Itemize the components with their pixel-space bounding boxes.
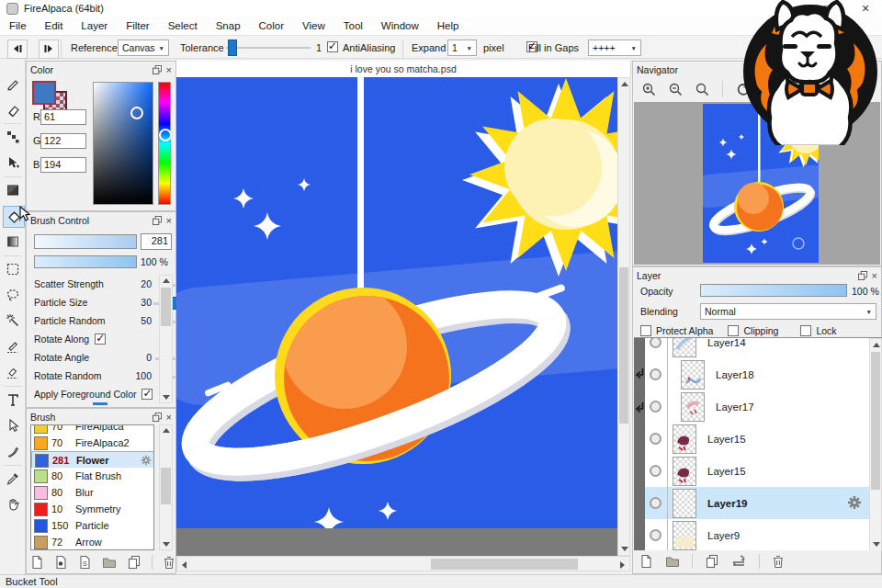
layer-list-scrollbar[interactable]: [869, 338, 882, 550]
collapse-right-button[interactable]: [39, 40, 59, 59]
brush-settings-gear-icon[interactable]: [141, 455, 152, 466]
visibility-dot[interactable]: [650, 433, 662, 445]
protect-alpha-checkbox[interactable]: [640, 325, 651, 336]
float-panel-icon[interactable]: [153, 413, 162, 422]
close-panel-icon[interactable]: ×: [166, 216, 172, 225]
visibility-dot[interactable]: [650, 337, 662, 348]
canvas-vscrollbar[interactable]: [617, 77, 630, 556]
panel-resize-grip[interactable]: [93, 402, 107, 405]
brush-row[interactable]: 150 Particle: [31, 517, 153, 535]
fill-in-gaps-dropdown[interactable]: ++++▼: [588, 40, 641, 56]
tool-lasso[interactable]: [3, 285, 23, 305]
tool-select-pen[interactable]: [3, 336, 23, 356]
lock-checkbox[interactable]: [800, 325, 811, 336]
visibility-dot[interactable]: [650, 368, 662, 380]
blending-dropdown[interactable]: Normal▼: [700, 303, 876, 320]
layer-row-clipped[interactable]: Layer18: [645, 358, 869, 391]
layer-row[interactable]: Layer14: [645, 337, 869, 359]
menu-tool[interactable]: Tool: [334, 17, 372, 35]
menu-color[interactable]: Color: [250, 17, 293, 35]
layer-row[interactable]: Layer9: [645, 519, 869, 550]
delete-layer-icon[interactable]: [772, 554, 785, 569]
zoom-in-icon[interactable]: [642, 83, 656, 96]
tool-pen[interactable]: [3, 74, 23, 94]
brush-row-selected[interactable]: 281 Flower: [31, 451, 154, 469]
menu-view[interactable]: View: [293, 17, 334, 35]
g-value-input[interactable]: 122: [40, 133, 86, 149]
brush-size-slider[interactable]: [34, 234, 137, 249]
tolerance-slider-handle[interactable]: [228, 40, 237, 56]
visibility-dot[interactable]: [650, 465, 662, 477]
brush-row[interactable]: 10 Symmetry: [31, 501, 153, 518]
menu-filter[interactable]: Filter: [117, 17, 159, 35]
tool-fill-rect[interactable]: [3, 180, 23, 200]
menu-help[interactable]: Help: [428, 17, 469, 35]
brush-row[interactable]: 70 FireAlpaca2: [31, 435, 153, 452]
duplicate-layer-icon[interactable]: [705, 554, 719, 569]
brush-size-value[interactable]: 281: [141, 233, 172, 250]
float-panel-icon[interactable]: [153, 65, 162, 74]
tolerance-slider[interactable]: [226, 40, 311, 56]
brush-folder-icon[interactable]: [102, 556, 117, 569]
canvas-viewport[interactable]: [176, 77, 630, 571]
brush-control-scrollbar[interactable]: [159, 275, 173, 403]
menu-edit[interactable]: Edit: [36, 17, 73, 35]
tool-gradient[interactable]: [3, 232, 23, 252]
tool-select-eraser[interactable]: [3, 362, 23, 382]
hue-slider[interactable]: [158, 82, 171, 205]
visibility-dot[interactable]: [650, 497, 662, 509]
close-panel-icon[interactable]: ×: [166, 413, 172, 422]
tool-eraser[interactable]: [3, 99, 23, 119]
new-brush-icon[interactable]: [30, 555, 44, 570]
close-panel-icon[interactable]: ×: [166, 65, 172, 74]
antialiasing-checkbox[interactable]: [327, 41, 338, 52]
layer-row-clipped[interactable]: Layer17: [645, 390, 869, 424]
layer-row-selected[interactable]: Layer19: [645, 487, 869, 520]
rotate-along-checkbox[interactable]: [95, 334, 106, 345]
menu-select[interactable]: Select: [159, 17, 207, 35]
hue-marker[interactable]: [159, 129, 172, 141]
canvas-artwork[interactable]: [176, 77, 617, 528]
tool-magic-wand[interactable]: [3, 311, 23, 331]
delete-brush-icon[interactable]: [163, 555, 175, 570]
close-panel-icon[interactable]: ×: [872, 271, 877, 280]
layer-row[interactable]: Layer15: [645, 455, 869, 488]
tool-scatter[interactable]: [3, 127, 23, 147]
brush-row[interactable]: 80 Blur: [31, 484, 153, 502]
tool-select-rect[interactable]: [3, 259, 23, 279]
tool-eyedropper[interactable]: [3, 469, 23, 489]
brush-row[interactable]: 72 Arrow: [31, 534, 153, 550]
brush-row[interactable]: 80 Flat Brush: [31, 468, 153, 485]
r-value-input[interactable]: 61: [40, 109, 86, 125]
layer-row[interactable]: Layer15: [645, 423, 869, 456]
sv-marker[interactable]: [130, 107, 143, 119]
menu-layer[interactable]: Layer: [72, 17, 117, 35]
new-layer-folder-icon[interactable]: [665, 555, 680, 568]
menu-snap[interactable]: Snap: [207, 17, 250, 35]
canvas-hscrollbar[interactable]: [176, 556, 630, 571]
zoom-out-icon[interactable]: [669, 83, 683, 96]
tool-operation[interactable]: [3, 415, 23, 435]
menu-window[interactable]: Window: [372, 17, 428, 35]
visibility-dot[interactable]: [650, 529, 662, 541]
duplicate-brush-icon[interactable]: [127, 555, 141, 570]
zoom-reset-icon[interactable]: [695, 83, 709, 96]
b-value-input[interactable]: 194: [40, 157, 86, 173]
foreground-color-swatch[interactable]: [32, 81, 56, 105]
visibility-dot[interactable]: [650, 401, 662, 413]
menu-file[interactable]: File: [0, 17, 36, 35]
new-script-brush-icon[interactable]: S: [78, 555, 92, 570]
tool-brush-curve[interactable]: [3, 441, 23, 461]
merge-down-icon[interactable]: [731, 554, 747, 569]
tool-move[interactable]: [3, 153, 23, 173]
apply-foreground-color-checkbox[interactable]: [141, 389, 153, 400]
brush-opacity-slider[interactable]: [34, 255, 137, 268]
new-layer-icon[interactable]: [639, 554, 653, 569]
tool-hand[interactable]: [3, 494, 23, 514]
layer-settings-gear-icon[interactable]: [847, 495, 862, 510]
clipping-checkbox[interactable]: [728, 325, 739, 336]
expand-dropdown[interactable]: 1▼: [447, 40, 477, 56]
document-tab[interactable]: i love you so matcha.psd: [176, 61, 631, 77]
new-bitmap-brush-icon[interactable]: [54, 555, 68, 570]
layer-opacity-slider[interactable]: [700, 284, 847, 297]
